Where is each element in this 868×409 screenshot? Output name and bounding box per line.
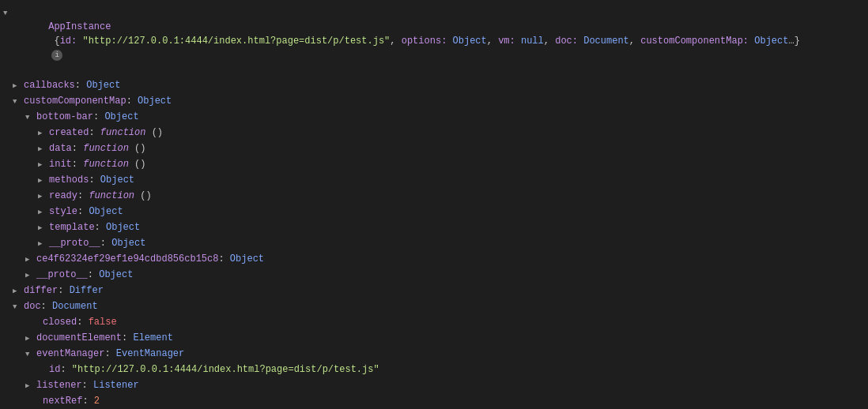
closed-line: closed: false [0, 314, 868, 330]
documentElement-line: documentElement: Element [0, 330, 868, 346]
proto-ccm-toggle[interactable] [25, 268, 35, 282]
created-line: created: function () [0, 125, 868, 141]
eventmanager-doc-id-leaf [38, 362, 47, 377]
data-line: data: function () [0, 141, 868, 156]
doc-line: doc: Document [0, 298, 868, 314]
ready-line: ready: function () [0, 188, 868, 204]
callbacks-toggle[interactable] [13, 78, 22, 92]
ready-toggle[interactable] [38, 189, 47, 203]
template-line: template: Object [0, 220, 868, 235]
bottom-bar-toggle[interactable] [25, 110, 35, 124]
style-line: style: Object [0, 204, 868, 220]
info-icon[interactable]: i [51, 50, 62, 61]
init-line: init: function () [0, 156, 868, 172]
style-toggle[interactable] [38, 204, 47, 219]
devtools-tree: AppInstance {id: "http://127.0.0.1:4444/… [0, 3, 868, 409]
doc-toggle[interactable] [13, 299, 22, 313]
root-key: AppInstance [48, 21, 111, 32]
documentElement-toggle[interactable] [25, 331, 35, 345]
eventmanager-doc-line: eventManager: EventManager [0, 346, 868, 362]
ce4f-toggle[interactable] [25, 252, 35, 266]
init-toggle[interactable] [38, 157, 47, 171]
root-toggle[interactable] [3, 6, 13, 20]
differ-toggle[interactable] [13, 283, 22, 298]
ce4f-line: ce4f62324ef29ef1e94cdbd856cb15c8: Object [0, 251, 868, 267]
methods-line: methods: Object [0, 172, 868, 188]
root-line: AppInstance {id: "http://127.0.0.1:4444/… [0, 5, 868, 77]
bottom-bar-line: bottom-bar: Object [0, 109, 868, 125]
nextRef-leaf [32, 394, 41, 408]
callbacks-line: callbacks: Object [0, 77, 868, 93]
closed-leaf [32, 315, 41, 329]
template-toggle[interactable] [38, 220, 47, 235]
nextRef-line: nextRef: 2 [0, 393, 868, 409]
methods-toggle[interactable] [38, 173, 47, 187]
root-brace: { [48, 36, 59, 47]
proto-bottom-bar-toggle[interactable] [38, 236, 47, 250]
eventmanager-doc-toggle[interactable] [25, 347, 35, 361]
proto-ccm-line: __proto__: Object [0, 267, 868, 283]
listener-doc-toggle[interactable] [25, 378, 35, 392]
eventmanager-doc-id-line: id: "http://127.0.0.1:4444/index.html?pa… [0, 362, 868, 377]
created-toggle[interactable] [38, 126, 47, 140]
listener-doc-line: listener: Listener [0, 377, 868, 393]
customComponentMap-line: customComponentMap: Object [0, 93, 868, 109]
customComponentMap-toggle[interactable] [13, 94, 22, 108]
data-toggle[interactable] [38, 141, 47, 156]
proto-bottom-bar-line: __proto__: Object [0, 235, 868, 251]
differ-line: differ: Differ [0, 283, 868, 298]
